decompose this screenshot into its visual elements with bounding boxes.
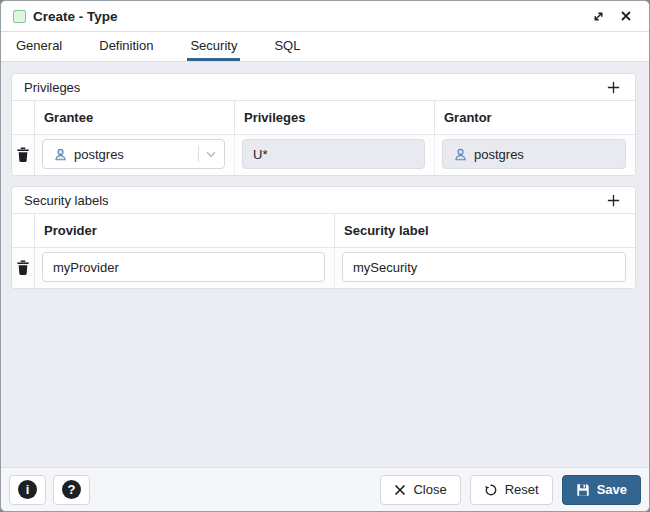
dialog-title: Create - Type	[33, 9, 118, 24]
security-labels-panel: Security labels Provider Security label	[11, 186, 636, 289]
dialog-footer: i ? Close Reset	[1, 467, 649, 511]
grantee-select[interactable]: postgres	[42, 139, 225, 169]
reset-button[interactable]: Reset	[470, 475, 553, 505]
privileges-col-grantee: Grantee	[35, 101, 235, 135]
grantor-value: postgres	[474, 147, 524, 162]
security-labels-row-provider-cell	[35, 248, 335, 288]
security-labels-panel-header: Security labels	[12, 187, 635, 214]
dialog-titlebar: Create - Type	[1, 1, 649, 32]
help-icon: ?	[62, 480, 81, 499]
maximize-button[interactable]	[587, 5, 609, 27]
security-labels-table: Provider Security label	[12, 214, 635, 288]
expand-icon	[592, 10, 605, 23]
select-separator	[198, 146, 199, 162]
security-label-input[interactable]	[342, 252, 626, 282]
plus-icon	[606, 193, 621, 208]
privileges-row-privileges-cell: U*	[235, 135, 435, 175]
privileges-panel: Privileges Grantee Privileges Grantor	[11, 73, 636, 176]
tab-sql[interactable]: SQL	[271, 32, 303, 61]
trash-icon	[16, 147, 30, 162]
security-labels-col-provider: Provider	[35, 214, 335, 248]
privileges-col-actions	[12, 101, 35, 135]
save-button-label: Save	[597, 482, 627, 497]
tab-general[interactable]: General	[13, 32, 65, 61]
privileges-table: Grantee Privileges Grantor	[12, 101, 635, 175]
security-labels-col-actions	[12, 214, 35, 248]
create-type-dialog: Create - Type General Definition Securit…	[0, 0, 650, 512]
security-labels-row-delete-cell	[12, 248, 35, 288]
user-icon	[53, 147, 68, 162]
delete-security-label-button[interactable]	[13, 257, 33, 277]
privileges-row-grantee-cell: postgres	[35, 135, 235, 175]
type-icon	[13, 10, 26, 23]
reset-button-label: Reset	[505, 482, 539, 497]
privileges-title: Privileges	[24, 80, 80, 95]
security-tab-panel: Privileges Grantee Privileges Grantor	[1, 62, 649, 467]
privileges-col-privileges: Privileges	[235, 101, 435, 135]
sql-help-button[interactable]: i	[9, 475, 46, 505]
add-security-label-button[interactable]	[601, 189, 625, 211]
info-icon: i	[18, 480, 37, 499]
trash-icon	[16, 260, 30, 275]
privileges-row-grantor-cell: postgres	[435, 135, 635, 175]
delete-privilege-button[interactable]	[13, 144, 33, 164]
reset-icon	[484, 483, 498, 497]
privileges-col-grantor: Grantor	[435, 101, 635, 135]
security-labels-row-label-cell	[335, 248, 635, 288]
security-labels-col-label: Security label	[335, 214, 635, 248]
grantee-value: postgres	[74, 147, 193, 162]
plus-icon	[606, 80, 621, 95]
close-window-button[interactable]	[615, 5, 637, 27]
user-icon	[453, 147, 468, 162]
close-icon	[620, 10, 632, 22]
add-privilege-button[interactable]	[601, 76, 625, 98]
close-button-label: Close	[413, 482, 446, 497]
close-button[interactable]: Close	[380, 475, 460, 505]
dialog-tabbar: General Definition Security SQL	[1, 32, 649, 62]
dialog-help-button[interactable]: ?	[53, 475, 90, 505]
close-x-icon	[394, 484, 406, 496]
privileges-value: U*	[253, 147, 267, 162]
grantor-field: postgres	[442, 139, 626, 169]
privileges-value-field[interactable]: U*	[242, 139, 425, 169]
tab-definition[interactable]: Definition	[96, 32, 156, 61]
save-button[interactable]: Save	[562, 475, 641, 505]
privileges-row-delete-cell	[12, 135, 35, 175]
privileges-panel-header: Privileges	[12, 74, 635, 101]
tab-security[interactable]: Security	[187, 32, 240, 61]
save-icon	[576, 483, 590, 497]
chevron-down-icon	[204, 147, 218, 161]
security-labels-title: Security labels	[24, 193, 109, 208]
provider-input[interactable]	[42, 252, 325, 282]
